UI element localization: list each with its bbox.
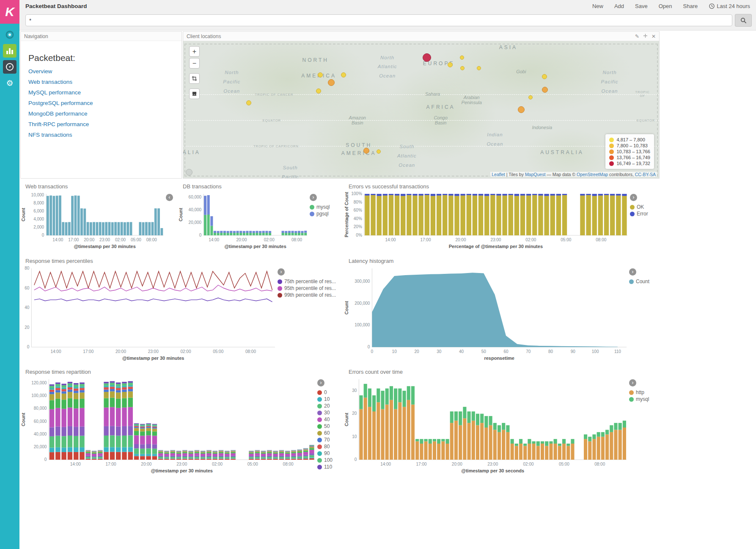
search-button[interactable]: [735, 14, 752, 27]
legend-item[interactable]: 40: [317, 417, 342, 422]
legend-toggle[interactable]: ›: [629, 379, 636, 386]
legend-item[interactable]: 30: [317, 410, 342, 416]
legend-toggle[interactable]: ›: [629, 268, 636, 276]
nav-link-thrift-rpc-performance[interactable]: Thrift-RPC performance: [28, 121, 174, 127]
nav-link-mysql-performance[interactable]: MySQL performance: [28, 89, 174, 96]
legend-item[interactable]: 99th percentile of res...: [278, 292, 342, 298]
response-repartition-chart[interactable]: 020,00040,00060,00080,000100,000120,0001…: [20, 376, 317, 475]
legend-item[interactable]: Count: [629, 279, 660, 284]
zoom-in-button[interactable]: +: [189, 46, 200, 57]
legend-item[interactable]: 70: [317, 437, 342, 443]
svg-text:300,000: 300,000: [355, 279, 370, 284]
nav-link-mongodb-performance[interactable]: MongoDB performance: [28, 110, 174, 117]
legend-item[interactable]: 75th percentile of res...: [278, 279, 342, 284]
crop-tool-button[interactable]: [189, 73, 200, 84]
attribution-link[interactable]: CC-BY-SA: [635, 172, 656, 177]
nav-link-postgresql-performance[interactable]: PostgreSQL performance: [28, 100, 174, 106]
map-marker[interactable]: [518, 106, 525, 113]
legend-toggle[interactable]: ‹: [166, 194, 173, 201]
db-transactions-chart[interactable]: 020,00040,00060,00014:0020:0002:0008:00@…: [178, 190, 310, 251]
map-marker[interactable]: [528, 95, 533, 99]
legend-dot: [317, 424, 322, 429]
svg-text:80: 80: [548, 349, 553, 354]
legend-item[interactable]: 0: [317, 389, 342, 395]
attribution-link[interactable]: OpenStreetMap: [577, 172, 608, 177]
map-marker[interactable]: [318, 72, 323, 77]
legend-item[interactable]: 10: [317, 396, 342, 402]
map-marker[interactable]: [246, 100, 251, 105]
client-locations-map[interactable]: + − NORTHAMERICAEUROPEASIAAFRICASOUTHAME…: [183, 41, 659, 178]
svg-text:Count: Count: [21, 208, 26, 221]
legend-item[interactable]: 110: [317, 464, 342, 470]
menu-open[interactable]: Open: [653, 3, 678, 9]
attribution-toggle[interactable]: [186, 169, 192, 176]
response-percentiles-chart[interactable]: 02040608014:0017:0020:0023:0002:0005:000…: [20, 265, 278, 362]
map-legend-row: 7,800 – 10,783: [609, 143, 650, 148]
move-icon[interactable]: [643, 33, 648, 39]
legend-item[interactable]: mysql: [310, 204, 343, 210]
map-marker[interactable]: [460, 55, 464, 60]
time-filter[interactable]: Last 24 hours: [703, 3, 750, 9]
zoom-out-button[interactable]: −: [189, 58, 200, 69]
map-legend: 4,817 – 7,8007,800 – 10,78310,783 – 13,7…: [605, 134, 654, 169]
svg-text:10: 10: [352, 434, 357, 439]
legend-label: OK: [637, 204, 644, 210]
legend-item[interactable]: 90: [317, 450, 342, 456]
latency-histogram-chart[interactable]: 0100,000200,000300,000010203040506070809…: [344, 265, 629, 362]
rectangle-tool-button[interactable]: [189, 88, 200, 99]
map-marker[interactable]: [477, 66, 481, 70]
attribution-link[interactable]: Leaflet: [492, 172, 505, 177]
chart-title: Response times percentiles: [20, 256, 342, 265]
legend-item[interactable]: 95th percentile of res...: [278, 285, 342, 291]
svg-text:05:00: 05:00: [131, 237, 141, 242]
legend-item[interactable]: pgsql: [310, 211, 343, 217]
legend-item[interactable]: 100: [317, 457, 342, 463]
web-transactions-chart[interactable]: 02,0004,0006,0008,00010,00014:0017:0020:…: [20, 190, 166, 251]
map-marker[interactable]: [363, 148, 369, 154]
map-marker[interactable]: [460, 66, 465, 70]
nav-link-web-transactions[interactable]: Web transactions: [28, 79, 174, 85]
menu-save[interactable]: Save: [630, 3, 653, 9]
legend-toggle[interactable]: ›: [317, 379, 324, 386]
edit-icon[interactable]: ✎: [635, 34, 639, 39]
legend-item[interactable]: Error: [630, 211, 660, 217]
close-icon[interactable]: ✕: [652, 34, 656, 39]
legend-item[interactable]: http: [629, 389, 660, 395]
legend-label: 30: [324, 410, 330, 416]
nav-link-overview[interactable]: Overview: [28, 68, 174, 74]
map-marker[interactable]: [377, 149, 381, 154]
errors-vs-successful-chart[interactable]: 0%20%40%60%80%100%14:0017:0020:0023:0002…: [344, 190, 630, 251]
svg-text:02:00: 02:00: [264, 237, 275, 242]
map-marker[interactable]: [341, 72, 346, 77]
chart-title: Latency histogram: [344, 256, 660, 265]
legend-toggle[interactable]: ›: [630, 194, 637, 201]
legend-toggle[interactable]: ›: [278, 268, 285, 276]
visualize-icon[interactable]: [3, 44, 16, 58]
search-input[interactable]: [25, 14, 732, 26]
map-marker[interactable]: [542, 74, 547, 79]
dashboard-icon[interactable]: [3, 60, 16, 74]
map-marker[interactable]: [328, 79, 335, 86]
map-marker[interactable]: [448, 62, 453, 67]
map-marker[interactable]: [542, 87, 548, 93]
legend-item[interactable]: 80: [317, 444, 342, 450]
map-label: North Pacific Ocean: [601, 68, 619, 96]
settings-icon[interactable]: ⚙: [3, 76, 16, 90]
nav-link-nfs-transactions[interactable]: NFS transactions: [28, 132, 174, 138]
kibana-logo[interactable]: K: [0, 0, 19, 24]
map-marker[interactable]: [316, 88, 321, 94]
map-marker[interactable]: [423, 53, 431, 62]
discover-icon[interactable]: [3, 28, 16, 41]
menu-add[interactable]: Add: [609, 3, 630, 9]
menu-share[interactable]: Share: [678, 3, 704, 9]
menu-new[interactable]: New: [587, 3, 609, 9]
legend-item[interactable]: mysql: [629, 396, 660, 402]
errors-count-chart[interactable]: 010203014:0017:0020:0023:0002:0005:0008:…: [344, 376, 629, 475]
legend-item[interactable]: OK: [630, 204, 660, 210]
legend-toggle[interactable]: ›: [310, 194, 317, 201]
attribution-link[interactable]: MapQuest: [525, 172, 545, 177]
svg-text:20:00: 20:00: [84, 237, 94, 242]
legend-item[interactable]: 60: [317, 430, 342, 436]
legend-item[interactable]: 50: [317, 423, 342, 429]
legend-item[interactable]: 20: [317, 403, 342, 409]
